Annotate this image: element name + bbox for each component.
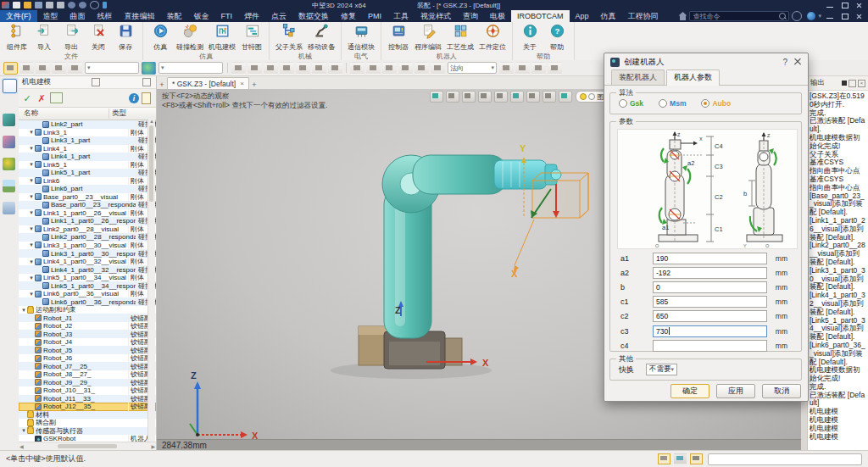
display-toggle-icon[interactable] <box>674 453 687 464</box>
algorithm-option-Gsk[interactable]: Gsk <box>619 99 643 108</box>
play-icon[interactable] <box>103 2 107 8</box>
doc-minimize-button[interactable] <box>824 13 836 20</box>
mechatronics-manager-icon[interactable] <box>3 79 17 93</box>
parameter-input-c2[interactable]: 650 <box>653 310 767 322</box>
ribbon-button-导入[interactable]: 导入 <box>31 23 58 52</box>
home-icon[interactable] <box>678 12 687 20</box>
expand-icon[interactable]: ▾ <box>20 427 27 434</box>
expand-icon[interactable]: ▾ <box>28 259 35 265</box>
expand-icon[interactable]: ▾ <box>28 161 35 168</box>
expand-icon[interactable]: ▾ <box>28 145 35 152</box>
pan-hand-icon[interactable] <box>515 62 530 75</box>
device-icon[interactable] <box>3 114 15 126</box>
output-log[interactable]: [GSK.Z3]在0.5190秒内打开.完成.已激活装配 [Default].机… <box>808 91 868 450</box>
ribbon-button-关闭[interactable]: 关闭 <box>85 23 112 52</box>
step-2-icon[interactable] <box>280 62 294 75</box>
expand-icon[interactable]: ▾ <box>28 275 35 281</box>
open-file-icon[interactable] <box>24 2 31 8</box>
dialog-titlebar[interactable]: 创建机器人 ? <box>604 53 808 70</box>
search-input[interactable]: 查找命令 <box>689 11 789 21</box>
minus-icon[interactable] <box>36 62 50 75</box>
tree-column-header[interactable]: 名称 类型 <box>19 108 156 120</box>
folder-icon[interactable] <box>382 62 397 75</box>
status-command-input[interactable] <box>708 453 862 465</box>
pick-point-icon[interactable] <box>328 62 342 75</box>
menu-tab-工程协同[interactable]: 工程协同 <box>622 10 665 22</box>
menu-tab-焊件[interactable]: 焊件 <box>238 10 265 22</box>
apply-check-icon[interactable]: ✓ <box>21 92 33 104</box>
print-icon[interactable] <box>46 2 53 8</box>
ribbon-button-导出[interactable]: 导出 <box>58 23 85 52</box>
account-dropdown-icon[interactable]: ▾ <box>818 13 821 19</box>
algorithm-option-Aubo[interactable]: Aubo <box>701 99 731 108</box>
menu-tab-FTI[interactable]: FTI <box>215 10 239 22</box>
ribbon-button-碰撞检测[interactable]: 碰撞检测 <box>174 23 206 52</box>
folder-new-icon[interactable] <box>350 62 364 75</box>
pointer-icon[interactable] <box>499 62 514 75</box>
column-name[interactable]: 名称 <box>19 108 109 119</box>
dialog-tab-机器人参数[interactable]: 机器人参数 <box>666 69 720 86</box>
expand-icon[interactable]: ▾ <box>28 177 35 184</box>
zoom-view-icon[interactable] <box>548 62 562 75</box>
step-3-icon[interactable] <box>296 62 310 75</box>
image-icon[interactable] <box>3 180 15 192</box>
dialog-button-取消[interactable]: 取消 <box>762 384 801 398</box>
ribbon-button-帮助[interactable]: ?帮助 <box>543 23 570 52</box>
new-tab-button[interactable]: + <box>249 81 259 89</box>
parameter-input-c1[interactable]: 585 <box>653 296 767 308</box>
menu-tab-文件(F)[interactable]: 文件(F) <box>0 10 37 22</box>
doc-close-button[interactable] <box>853 13 865 20</box>
swap-icon[interactable] <box>231 62 246 75</box>
ribbon-button-工艺生成[interactable]: 工艺生成 <box>444 23 476 52</box>
user-panel-icon[interactable] <box>3 202 15 214</box>
menu-tab-修复[interactable]: 修复 <box>335 10 362 22</box>
new-file-icon[interactable] <box>13 2 20 8</box>
expand-icon[interactable]: ▾ <box>20 307 27 314</box>
screen-toggle-icon[interactable] <box>690 453 703 464</box>
hierarchy-icon[interactable] <box>3 136 15 148</box>
pick-list-icon[interactable] <box>52 62 66 75</box>
clock-icon[interactable] <box>398 62 413 75</box>
menu-tab-装配[interactable]: 装配 <box>161 10 188 22</box>
scroll-right-arrow[interactable]: ▶ <box>151 443 155 449</box>
menu-tab-仿真[interactable]: 仿真 <box>595 10 622 22</box>
menu-tab-工具[interactable]: 工具 <box>387 10 415 22</box>
step-1-icon[interactable] <box>264 62 278 75</box>
expand-icon[interactable]: ▾ <box>28 242 35 248</box>
bounds-icon[interactable] <box>415 62 429 75</box>
expand-icon[interactable]: ▾ <box>28 225 35 232</box>
ribbon-button-移动设备[interactable]: 移动设备 <box>305 23 337 52</box>
report-doc-icon[interactable] <box>142 92 151 104</box>
ribbon-button-工件定位[interactable]: 工件定位 <box>476 23 509 52</box>
parameter-input-c3[interactable]: 730 <box>653 325 767 337</box>
menu-tab-IROBOTCAM[interactable]: IROBOTCAM <box>511 10 570 22</box>
dot-icon[interactable] <box>431 62 445 75</box>
output-close-icon[interactable]: × <box>858 80 865 87</box>
tree-horizontal-scrollbar[interactable]: ◀▶ <box>19 442 156 450</box>
render-globe-icon[interactable] <box>142 62 156 75</box>
ribbon-button-关于[interactable]: 关于 <box>516 23 543 52</box>
menu-tab-电极[interactable]: 电极 <box>484 10 511 22</box>
ribbon-button-组件库[interactable]: 组件库 <box>3 23 31 52</box>
menu-tab-造型[interactable]: 造型 <box>37 10 64 22</box>
ribbon-button-甘特图[interactable]: 甘特图 <box>238 23 265 52</box>
account-sphere-icon[interactable] <box>807 12 815 20</box>
menu-tab-PMI[interactable]: PMI <box>362 10 387 22</box>
menu-tab-线框[interactable]: 线框 <box>92 10 119 22</box>
folder-open-icon[interactable] <box>366 62 381 75</box>
panel-dock-icon[interactable] <box>92 78 100 86</box>
tab-close-icon[interactable]: × <box>240 80 244 87</box>
stop-icon[interactable] <box>842 81 847 86</box>
parameter-input-a2[interactable]: -192 <box>653 267 767 279</box>
save-icon[interactable] <box>35 2 42 8</box>
ribbon-button-程序编辑[interactable]: 程序编辑 <box>412 23 444 52</box>
dialog-help-icon[interactable]: ? <box>776 58 793 67</box>
doc-restore-button[interactable] <box>838 13 850 20</box>
restore-button[interactable] <box>838 2 850 9</box>
redo-icon[interactable] <box>79 2 86 8</box>
scroll-left-arrow[interactable]: ◀ <box>19 443 24 449</box>
menu-tab-视觉样式[interactable]: 视觉样式 <box>415 10 457 22</box>
ribbon-button-机电建模[interactable]: 机电建模 <box>206 23 238 52</box>
dialog-tab-装配机器人[interactable]: 装配机器人 <box>611 69 665 85</box>
ribbon-button-保存[interactable]: 保存 <box>112 23 139 52</box>
